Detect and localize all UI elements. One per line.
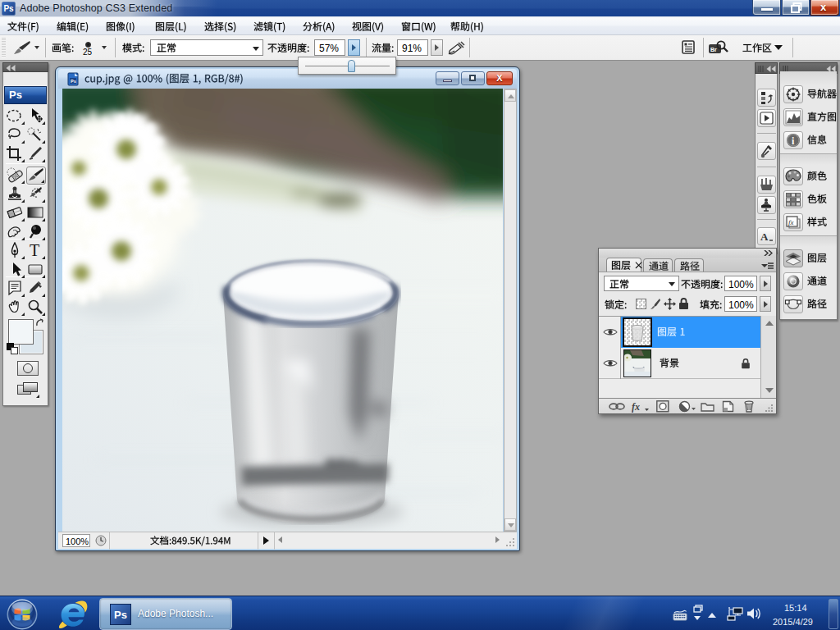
svg-text:fx: fx — [788, 218, 794, 226]
svg-text:fx: fx — [632, 401, 640, 413]
svg-text:Ps: Ps — [71, 79, 76, 84]
svg-text:A: A — [760, 231, 769, 243]
svg-text:Br: Br — [710, 47, 717, 52]
svg-text:T: T — [30, 242, 39, 258]
